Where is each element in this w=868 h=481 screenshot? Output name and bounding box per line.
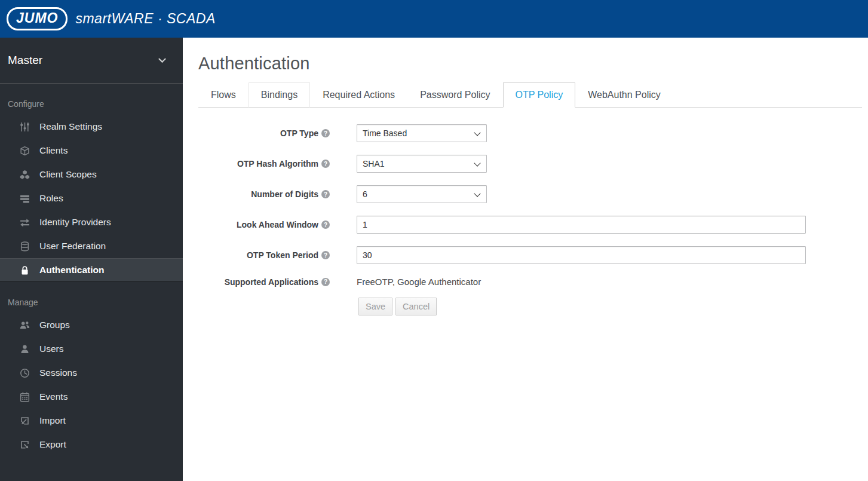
number-of-digits-select-wrap: 6 <box>357 185 487 203</box>
app-root: JUMO smartWARE · SCADA Master ConfigureR… <box>0 0 868 481</box>
app-header: JUMO smartWARE · SCADA <box>0 0 868 38</box>
sidebar-item-client-scopes[interactable]: Client Scopes <box>0 163 183 186</box>
sidebar-item-groups[interactable]: Groups <box>0 313 183 337</box>
sidebar: Master ConfigureRealm SettingsClientsCli… <box>0 38 183 481</box>
sliders-icon <box>20 122 30 132</box>
save-button[interactable]: Save <box>358 298 392 315</box>
cubes-icon <box>20 170 30 180</box>
sidebar-item-roles[interactable]: Roles <box>0 186 183 210</box>
sidebar-item-clients[interactable]: Clients <box>0 139 183 163</box>
main-content: Authentication FlowsBindingsRequired Act… <box>183 38 868 481</box>
number-of-digits-help-icon[interactable]: ? <box>321 190 330 198</box>
clock-icon <box>20 368 30 378</box>
otp-token-period-label: OTP Token Period <box>247 250 318 260</box>
import-icon <box>20 416 30 426</box>
realm-name: Master <box>8 54 42 67</box>
sidebar-item-users[interactable]: Users <box>0 337 183 361</box>
otp-hash-algorithm-select[interactable]: SHA1 <box>357 155 487 173</box>
form-row-otp-token-period: OTP Token Period? <box>198 246 862 264</box>
sidebar-item-label: Realm Settings <box>39 121 102 132</box>
form-button-row: SaveCancel <box>358 298 862 315</box>
sidebar-section-configure: ConfigureRealm SettingsClientsClient Sco… <box>0 96 183 282</box>
sidebar-section-manage: ManageGroupsUsersSessionsEventsImportExp… <box>0 294 183 457</box>
otp-token-period-help-icon[interactable]: ? <box>321 251 330 259</box>
sidebar-item-label: Export <box>39 439 66 450</box>
otp-hash-algorithm-label: OTP Hash Algorithm <box>237 159 318 168</box>
form-row-otp-hash-algorithm: OTP Hash Algorithm?SHA1 <box>198 155 862 173</box>
tab-required-actions[interactable]: Required Actions <box>310 82 407 108</box>
otp-policy-form: OTP Type?Time BasedOTP Hash Algorithm?SH… <box>198 124 862 287</box>
sidebar-item-label: Client Scopes <box>39 169 97 180</box>
nav-list: Realm SettingsClientsClient ScopesRolesI… <box>0 115 183 282</box>
sidebar-item-label: Authentication <box>39 265 105 275</box>
otp-type-select-wrap: Time Based <box>357 124 487 142</box>
cancel-button[interactable]: Cancel <box>395 298 437 315</box>
supported-applications-help-icon[interactable]: ? <box>321 278 330 286</box>
sidebar-item-label: Users <box>39 344 63 354</box>
jumo-logo: JUMO <box>7 7 68 31</box>
sidebar-nav: ConfigureRealm SettingsClientsClient Sco… <box>0 96 183 457</box>
label-wrap: Supported Applications? <box>198 277 330 287</box>
form-row-otp-type: OTP Type?Time Based <box>198 124 862 142</box>
lock-icon <box>20 265 30 275</box>
otp-type-help-icon[interactable]: ? <box>321 129 330 137</box>
look-ahead-window-label: Look Ahead Window <box>237 220 318 229</box>
users-icon <box>20 320 30 330</box>
supported-applications-label: Supported Applications <box>225 277 318 287</box>
sidebar-item-import[interactable]: Import <box>0 409 183 433</box>
sidebar-item-authentication[interactable]: Authentication <box>0 258 183 282</box>
sidebar-item-events[interactable]: Events <box>0 385 183 409</box>
label-wrap: Number of Digits? <box>198 189 330 199</box>
sidebar-item-label: Import <box>39 415 66 426</box>
sidebar-item-export[interactable]: Export <box>0 433 183 457</box>
sidebar-item-label: Events <box>39 391 68 402</box>
form-row-look-ahead-window: Look Ahead Window? <box>198 216 862 234</box>
chevron-down-icon <box>158 55 166 63</box>
cube-icon <box>20 146 30 156</box>
section-label-configure: Configure <box>0 96 183 115</box>
look-ahead-window-help-icon[interactable]: ? <box>321 220 330 229</box>
label-wrap: OTP Hash Algorithm? <box>198 159 330 168</box>
tasks-icon <box>20 194 30 204</box>
sidebar-item-sessions[interactable]: Sessions <box>0 361 183 385</box>
otp-hash-algorithm-select-wrap: SHA1 <box>357 155 487 173</box>
section-label-manage: Manage <box>0 294 183 313</box>
realm-selector[interactable]: Master <box>0 38 183 84</box>
form-row-number-of-digits: Number of Digits?6 <box>198 185 862 203</box>
calendar-icon <box>20 392 30 402</box>
page-title: Authentication <box>198 54 862 73</box>
tab-password-policy[interactable]: Password Policy <box>407 82 502 108</box>
label-wrap: OTP Type? <box>198 128 330 138</box>
sidebar-item-user-federation[interactable]: User Federation <box>0 234 183 258</box>
sidebar-item-label: Clients <box>39 145 68 156</box>
number-of-digits-select[interactable]: 6 <box>357 185 487 203</box>
sidebar-item-label: Roles <box>39 193 63 204</box>
sidebar-item-label: Groups <box>39 320 70 330</box>
tab-flows[interactable]: Flows <box>198 82 249 108</box>
export-icon <box>20 440 30 450</box>
sidebar-item-label: Sessions <box>39 367 77 378</box>
sidebar-item-realm-settings[interactable]: Realm Settings <box>0 115 183 139</box>
tab-bar: FlowsBindingsRequired ActionsPassword Po… <box>198 82 862 108</box>
sidebar-item-identity-providers[interactable]: Identity Providers <box>0 210 183 234</box>
sidebar-item-label: User Federation <box>39 241 106 252</box>
form-row-supported-applications: Supported Applications?FreeOTP, Google A… <box>198 277 862 287</box>
otp-type-select[interactable]: Time Based <box>357 124 487 142</box>
number-of-digits-label: Number of Digits <box>251 189 318 199</box>
tab-webauthn-policy[interactable]: WebAuthn Policy <box>575 82 673 108</box>
label-wrap: Look Ahead Window? <box>198 220 330 229</box>
nav-list: GroupsUsersSessionsEventsImportExport <box>0 313 183 457</box>
user-icon <box>20 344 30 354</box>
sidebar-item-label: Identity Providers <box>39 217 111 228</box>
look-ahead-window-input[interactable] <box>357 216 806 234</box>
tab-otp-policy[interactable]: OTP Policy <box>503 82 576 108</box>
tab-bindings[interactable]: Bindings <box>249 82 310 108</box>
otp-type-label: OTP Type <box>280 128 318 138</box>
otp-hash-algorithm-help-icon[interactable]: ? <box>321 160 330 168</box>
label-wrap: OTP Token Period? <box>198 250 330 260</box>
otp-token-period-input[interactable] <box>357 246 806 264</box>
exchange-icon <box>20 217 30 228</box>
supported-applications-value: FreeOTP, Google Authenticator <box>357 277 481 287</box>
database-icon <box>20 241 30 252</box>
brand-title: smartWARE · SCADA <box>75 11 215 27</box>
